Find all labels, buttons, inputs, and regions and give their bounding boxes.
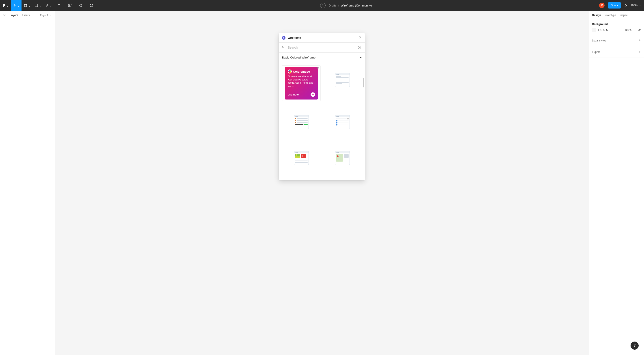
component-checklist[interactable] (282, 108, 321, 137)
svg-point-9 (639, 29, 640, 30)
shape-tool-button[interactable] (32, 0, 43, 11)
library-search-input[interactable] (287, 46, 351, 50)
svg-point-4 (322, 4, 323, 6)
arrow-right-icon (310, 92, 315, 97)
tab-prototype[interactable]: Prototype (604, 14, 616, 17)
background-title: Background (592, 23, 641, 26)
library-header: Wireframe (279, 33, 365, 42)
add-export-button[interactable] (638, 50, 641, 54)
chevron-down-icon (360, 56, 362, 58)
svg-rect-1 (68, 4, 70, 5)
library-title: Wireframe (288, 36, 301, 40)
breadcrumb-root[interactable]: Drafts (329, 4, 336, 7)
svg-point-5 (4, 14, 6, 16)
local-styles-section: Local styles (589, 35, 644, 46)
present-button[interactable] (624, 0, 628, 11)
export-section: Export (589, 46, 644, 58)
tab-layers[interactable]: Layers (10, 14, 18, 17)
chevron-down-icon (28, 4, 30, 6)
visibility-toggle-icon[interactable] (638, 28, 641, 32)
library-panel: Wireframe Basic Colored Wireframe (279, 33, 365, 180)
chevron-down-icon (18, 4, 20, 6)
tab-design[interactable]: Design (592, 14, 601, 17)
library-grid-wrap: Colorsinspo All in one website for all y… (279, 62, 365, 180)
toolbar-center: Drafts / Wireframe (Community) (320, 0, 376, 11)
page-selector[interactable]: Page 1 (40, 14, 52, 16)
breadcrumb-separator: / (338, 4, 339, 7)
component-text-page[interactable] (323, 66, 362, 94)
right-panel: Design Prototype Inspect Background F5F5… (589, 11, 644, 355)
svg-rect-0 (35, 4, 38, 7)
library-section-header[interactable]: Basic Colored Wireframe (279, 53, 365, 62)
chevron-down-icon (50, 4, 52, 6)
export-label: Export (592, 50, 600, 54)
component-user-list[interactable] (323, 108, 362, 137)
promo-brand: Colorsinspo (293, 70, 310, 73)
hand-tool-button[interactable] (75, 0, 86, 11)
owner-avatar-icon[interactable] (320, 3, 326, 8)
library-info-button[interactable] (354, 42, 365, 52)
move-tool-button[interactable] (11, 0, 22, 11)
user-initial: V (601, 4, 603, 7)
chevron-down-icon (639, 4, 641, 6)
app-toolbar: Drafts / Wireframe (Community) V Share 1… (0, 0, 644, 11)
library-search (279, 42, 354, 52)
share-button[interactable]: Share (608, 2, 621, 8)
help-icon: ? (634, 344, 636, 348)
main-area: Layers Assets Page 1 Wireframe (0, 11, 644, 355)
library-logo-icon (282, 36, 286, 40)
svg-point-6 (283, 37, 284, 38)
library-grid[interactable]: Colorsinspo All in one website for all y… (279, 62, 365, 180)
zoom-value: 100% (630, 4, 638, 7)
resources-button[interactable] (64, 0, 75, 11)
chevron-down-icon (39, 4, 41, 6)
frame-tool-button[interactable] (22, 0, 32, 11)
svg-rect-3 (68, 6, 70, 7)
chevron-down-icon[interactable] (374, 4, 376, 6)
promo-cta: USE NOW (288, 94, 299, 96)
right-panel-tabs: Design Prototype Inspect (589, 11, 644, 20)
user-avatar[interactable]: V (599, 3, 604, 8)
promo-logo-icon (288, 70, 292, 74)
promo-close-icon[interactable] (316, 66, 320, 70)
tab-inspect[interactable]: Inspect (620, 14, 628, 17)
breadcrumb: Drafts / Wireframe (Community) (329, 4, 376, 7)
promo-body: All in one website for all your creative… (288, 75, 315, 92)
left-panel-header: Layers Assets Page 1 (0, 11, 55, 20)
library-search-row (279, 42, 365, 53)
background-section: Background F5F5F5 100% (589, 20, 644, 35)
promo-card[interactable]: Colorsinspo All in one website for all y… (282, 66, 321, 101)
component-hero[interactable] (323, 179, 362, 180)
component-media[interactable] (282, 144, 321, 172)
left-panel: Layers Assets Page 1 (0, 11, 55, 355)
chevron-down-icon (7, 4, 8, 6)
toolbar-right: V Share 100% (599, 0, 644, 11)
background-hex[interactable]: F5F5F5 (598, 28, 612, 32)
main-menu-button[interactable] (0, 0, 11, 11)
component-modal[interactable] (282, 179, 321, 180)
breadcrumb-current[interactable]: Wireframe (Community) (341, 4, 372, 7)
chevron-down-icon (50, 14, 52, 16)
search-icon[interactable] (3, 14, 6, 17)
zoom-control[interactable]: 100% (630, 4, 641, 7)
library-section-title: Basic Colored Wireframe (282, 56, 316, 59)
comment-tool-button[interactable] (86, 0, 97, 11)
background-row: F5F5F5 100% (592, 28, 641, 32)
pen-tool-button[interactable] (43, 0, 54, 11)
color-swatch[interactable] (592, 28, 596, 32)
text-tool-button[interactable] (54, 0, 64, 11)
search-icon (282, 46, 285, 50)
local-styles-label: Local styles (592, 39, 606, 42)
left-panel-tabs: Layers Assets (3, 14, 30, 17)
page-label: Page 1 (40, 14, 48, 16)
close-button[interactable] (358, 36, 362, 40)
help-button[interactable]: ? (630, 342, 638, 350)
canvas[interactable]: Wireframe Basic Colored Wireframe (55, 11, 589, 355)
add-style-button[interactable] (638, 39, 641, 42)
svg-rect-2 (70, 4, 71, 5)
tab-assets[interactable]: Assets (22, 14, 30, 17)
background-opacity[interactable]: 100% (624, 28, 632, 32)
scrollbar-thumb[interactable] (363, 78, 364, 88)
component-map[interactable] (323, 144, 362, 172)
toolbar-left (0, 0, 97, 11)
